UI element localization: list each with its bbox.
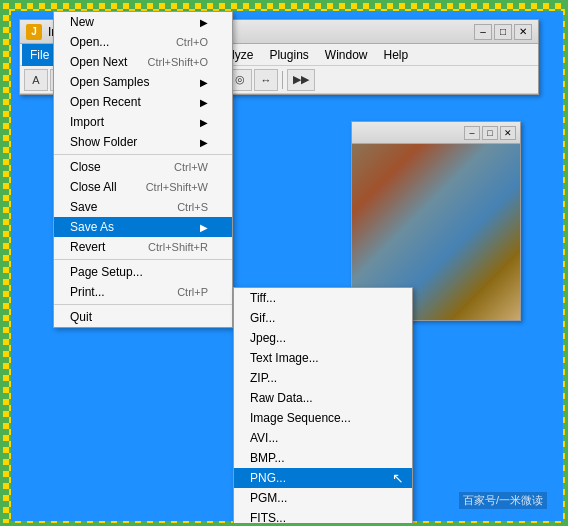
menu-item-open-recent[interactable]: Open Recent ▶ bbox=[54, 92, 232, 112]
menu-item-quit[interactable]: Quit bbox=[54, 307, 232, 327]
image-window-titlebar: – □ ✕ bbox=[352, 122, 520, 144]
menu-item-show-folder[interactable]: Show Folder ▶ bbox=[54, 132, 232, 152]
watermark: 百家号/一米微读 bbox=[459, 492, 547, 509]
image-window-close[interactable]: ✕ bbox=[500, 126, 516, 140]
menu-plugins[interactable]: Plugins bbox=[261, 44, 316, 66]
menu-item-import[interactable]: Import ▶ bbox=[54, 112, 232, 132]
desktop: – □ ✕ J ImageJ – □ ✕ bbox=[11, 11, 563, 521]
tool-arrows[interactable]: ↔ bbox=[254, 69, 278, 91]
saveas-text-image[interactable]: Text Image... bbox=[234, 348, 412, 368]
outer-border: – □ ✕ J ImageJ – □ ✕ bbox=[3, 3, 568, 526]
close-button[interactable]: ✕ bbox=[514, 24, 532, 40]
saveas-avi[interactable]: AVI... bbox=[234, 428, 412, 448]
maximize-button[interactable]: □ bbox=[494, 24, 512, 40]
sep-3 bbox=[54, 304, 232, 305]
menu-item-page-setup[interactable]: Page Setup... bbox=[54, 262, 232, 282]
saveas-raw-data[interactable]: Raw Data... bbox=[234, 388, 412, 408]
cursor-indicator: ↖ bbox=[392, 470, 404, 486]
saveas-dropdown: Tiff... Gif... Jpeg... Text Image... ZIP… bbox=[233, 287, 413, 526]
menu-item-print[interactable]: Print... Ctrl+P bbox=[54, 282, 232, 302]
toolbar-sep-3 bbox=[282, 71, 283, 89]
saveas-tiff[interactable]: Tiff... bbox=[234, 288, 412, 308]
menu-item-save-as[interactable]: Save As ▶ bbox=[54, 217, 232, 237]
image-window-minimize[interactable]: – bbox=[464, 126, 480, 140]
tool-arrow[interactable]: A bbox=[24, 69, 48, 91]
sep-1 bbox=[54, 154, 232, 155]
menu-item-save[interactable]: Save Ctrl+S bbox=[54, 197, 232, 217]
menu-window[interactable]: Window bbox=[317, 44, 376, 66]
menu-item-open-next[interactable]: Open Next Ctrl+Shift+O bbox=[54, 52, 232, 72]
saveas-zip[interactable]: ZIP... bbox=[234, 368, 412, 388]
saveas-gif[interactable]: Gif... bbox=[234, 308, 412, 328]
saveas-fits[interactable]: FITS... bbox=[234, 508, 412, 526]
menu-item-open[interactable]: Open... Ctrl+O bbox=[54, 32, 232, 52]
saveas-pgm[interactable]: PGM... bbox=[234, 488, 412, 508]
menu-item-open-samples[interactable]: Open Samples ▶ bbox=[54, 72, 232, 92]
saveas-image-sequence[interactable]: Image Sequence... bbox=[234, 408, 412, 428]
image-window-maximize[interactable]: □ bbox=[482, 126, 498, 140]
file-dropdown: New ▶ Open... Ctrl+O Open Next Ctrl+Shif… bbox=[53, 11, 233, 328]
saveas-jpeg[interactable]: Jpeg... bbox=[234, 328, 412, 348]
menu-item-new[interactable]: New ▶ bbox=[54, 12, 232, 32]
minimize-button[interactable]: – bbox=[474, 24, 492, 40]
menu-help[interactable]: Help bbox=[376, 44, 417, 66]
menu-item-revert[interactable]: Revert Ctrl+Shift+R bbox=[54, 237, 232, 257]
app-icon: J bbox=[26, 24, 42, 40]
menu-item-close[interactable]: Close Ctrl+W bbox=[54, 157, 232, 177]
tool-forward[interactable]: ▶▶ bbox=[287, 69, 315, 91]
sep-2 bbox=[54, 259, 232, 260]
menu-item-close-all[interactable]: Close All Ctrl+Shift+W bbox=[54, 177, 232, 197]
window-controls: – □ ✕ bbox=[474, 24, 532, 40]
saveas-bmp[interactable]: BMP... bbox=[234, 448, 412, 468]
saveas-png[interactable]: PNG... ↖ bbox=[234, 468, 412, 488]
